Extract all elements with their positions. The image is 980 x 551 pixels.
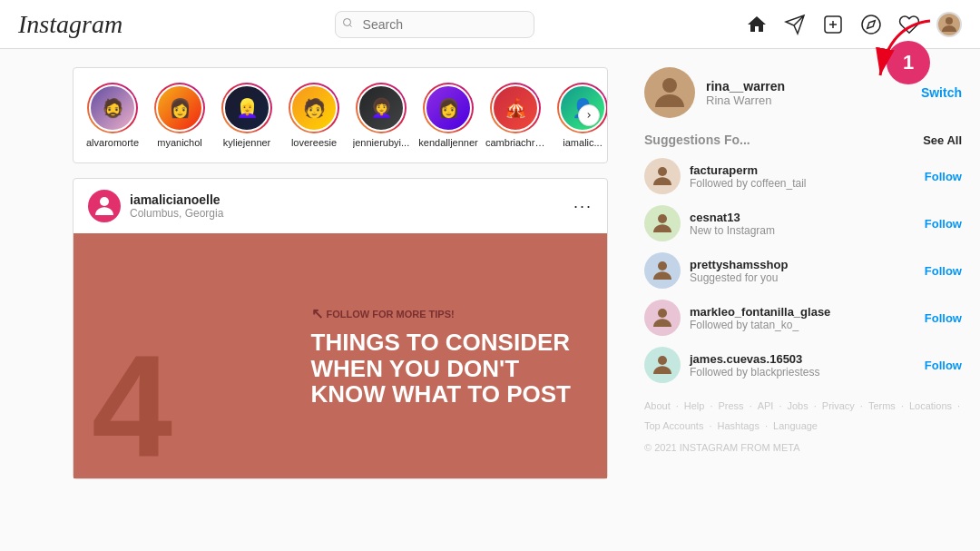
compass-icon[interactable] xyxy=(860,14,882,35)
suggestions-header: Suggestions Fo... See All xyxy=(644,133,962,147)
post-user[interactable]: iamalicianoelle Columbus, Georgia xyxy=(88,190,223,222)
send-icon[interactable] xyxy=(784,14,806,35)
story-label: kendalljenner xyxy=(418,137,477,148)
post-header: iamalicianoelle Columbus, Georgia ··· xyxy=(74,179,607,233)
story-label: cambriachri... xyxy=(485,137,545,148)
see-all-button[interactable]: See All xyxy=(923,133,962,147)
follow-button-1[interactable]: Follow xyxy=(925,170,962,183)
feed: 🧔 alvaromorte 👩 myanichol 👱‍♀️ kyliejenn… xyxy=(0,49,626,551)
footer-link-locations[interactable]: Locations xyxy=(909,398,952,416)
post-username[interactable]: iamalicianoelle xyxy=(130,192,223,207)
svg-point-7 xyxy=(946,17,953,25)
suggestion-username[interactable]: cesnat13 xyxy=(690,211,775,224)
home-icon[interactable] xyxy=(746,14,768,35)
story-avatar: 👱‍♀️ xyxy=(223,84,270,132)
post-image-content: 4 ↖ FOLLOW FOR MORE TIPS! THINGS TO CONS… xyxy=(74,233,607,478)
suggestion-info: cesnat13 New to Instagram xyxy=(690,211,775,237)
story-avatar-ring: 👩 xyxy=(423,83,474,133)
svg-marker-6 xyxy=(867,20,875,27)
notification-badge: 1 xyxy=(887,41,930,84)
story-label: alvaromorte xyxy=(86,137,139,148)
add-icon[interactable] xyxy=(822,14,844,35)
suggestion-username[interactable]: markleo_fontanilla_glase xyxy=(690,305,830,319)
stories-next-button[interactable] xyxy=(578,104,600,126)
footer-links: About · Help · Press · API · Jobs · Priv… xyxy=(644,398,962,436)
suggestion-avatar[interactable] xyxy=(644,158,681,194)
story-avatar-ring: 🧔 xyxy=(87,83,138,133)
footer-link-privacy[interactable]: Privacy xyxy=(822,398,855,416)
svg-point-14 xyxy=(658,309,667,318)
svg-point-13 xyxy=(658,261,667,271)
suggestion-avatar[interactable] xyxy=(644,205,681,241)
suggestion-avatar[interactable] xyxy=(644,252,681,289)
post-title: THINGS TO CONSIDER WHEN YOU DON'T KNOW W… xyxy=(311,330,571,408)
story-item[interactable]: 🎪 cambriachri... xyxy=(485,83,545,148)
suggestion-username[interactable]: james.cuevas.16503 xyxy=(690,352,819,366)
suggestion-item: prettyshamsshop Suggested for you Follow xyxy=(644,252,962,289)
header: Instagram xyxy=(0,0,980,49)
post-avatar xyxy=(88,190,121,222)
footer-link-api[interactable]: API xyxy=(758,398,774,416)
svg-point-5 xyxy=(862,15,880,34)
footer-link-terms[interactable]: Terms xyxy=(868,398,896,416)
suggestions-title: Suggestions Fo... xyxy=(644,133,750,147)
suggestion-avatar[interactable] xyxy=(644,300,681,336)
suggestion-item: markleo_fontanilla_glase Followed by tat… xyxy=(644,300,962,336)
post-more-button[interactable]: ··· xyxy=(573,197,593,216)
story-item[interactable]: 👱‍♀️ kyliejenner xyxy=(217,83,277,148)
suggestion-subtitle: Followed by blackpriestess xyxy=(690,366,819,379)
story-avatar-ring: 🎪 xyxy=(490,83,541,133)
instagram-logo[interactable]: Instagram xyxy=(18,10,122,39)
follow-button-4[interactable]: Follow xyxy=(925,311,962,325)
suggestion-item: cesnat13 New to Instagram Follow xyxy=(644,205,962,241)
svg-point-0 xyxy=(343,19,350,26)
story-label: lovereesie xyxy=(291,137,337,148)
profile-username[interactable]: rina__warren xyxy=(706,79,785,93)
follow-button-2[interactable]: Follow xyxy=(925,217,962,231)
footer-link-press[interactable]: Press xyxy=(719,398,744,416)
suggestion-username[interactable]: prettyshamsshop xyxy=(690,258,788,271)
follow-button-5[interactable]: Follow xyxy=(925,359,962,372)
stories-container: 🧔 alvaromorte 👩 myanichol 👱‍♀️ kyliejenn… xyxy=(73,67,608,163)
post-big-number: 4 xyxy=(92,333,172,478)
svg-point-12 xyxy=(658,214,667,223)
story-avatar: 👩 xyxy=(425,84,472,132)
profile-info: rina__warren Rina Warren xyxy=(706,79,785,107)
suggestion-subtitle: Followed by coffeen_tail xyxy=(690,177,807,190)
story-item[interactable]: 👩‍🦱 jennierubyi... xyxy=(351,83,411,148)
header-icons xyxy=(746,12,962,37)
suggestion-username[interactable]: facturaperm xyxy=(690,163,807,177)
suggestion-item: facturaperm Followed by coffeen_tail Fol… xyxy=(644,158,962,194)
story-avatar: 🧑 xyxy=(290,84,338,132)
profile-avatar[interactable] xyxy=(644,67,695,118)
footer-link-help[interactable]: Help xyxy=(684,398,705,416)
suggestion-info: facturaperm Followed by coffeen_tail xyxy=(690,163,807,190)
footer-link-about[interactable]: About xyxy=(644,398,671,416)
user-avatar-header[interactable] xyxy=(936,12,962,37)
suggestion-subtitle: New to Instagram xyxy=(690,224,775,237)
main-layout: 🧔 alvaromorte 👩 myanichol 👱‍♀️ kyliejenn… xyxy=(0,49,980,551)
switch-button[interactable]: Switch xyxy=(921,85,962,100)
story-item[interactable]: 👩 myanichol xyxy=(150,83,210,148)
post-container: iamalicianoelle Columbus, Georgia ··· 4 … xyxy=(73,178,608,479)
footer-link-top-accounts[interactable]: Top Accounts xyxy=(644,418,703,436)
footer-link-hashtags[interactable]: Hashtags xyxy=(718,418,760,436)
search-input[interactable] xyxy=(335,11,534,38)
profile-left: rina__warren Rina Warren xyxy=(644,67,785,118)
follow-button-3[interactable]: Follow xyxy=(925,264,962,278)
footer-link-jobs[interactable]: Jobs xyxy=(787,398,808,416)
svg-point-10 xyxy=(662,78,677,93)
story-avatar: 🎪 xyxy=(492,84,539,132)
suggestion-item: james.cuevas.16503 Followed by blackprie… xyxy=(644,347,962,383)
suggestion-avatar[interactable] xyxy=(644,347,681,383)
story-avatar-ring: 👩 xyxy=(154,83,205,133)
suggestion-left: prettyshamsshop Suggested for you xyxy=(644,252,788,289)
heart-icon[interactable] xyxy=(898,14,920,35)
post-location: Columbus, Georgia xyxy=(130,207,223,220)
story-item[interactable]: 🧑 lovereesie xyxy=(284,83,344,148)
sidebar: rina__warren Rina Warren Switch Suggesti… xyxy=(626,49,980,551)
footer-link-language[interactable]: Language xyxy=(773,418,818,436)
search-icon xyxy=(342,17,353,31)
story-item[interactable]: 🧔 alvaromorte xyxy=(83,83,142,148)
story-item[interactable]: 👩 kendalljenner xyxy=(418,83,478,148)
